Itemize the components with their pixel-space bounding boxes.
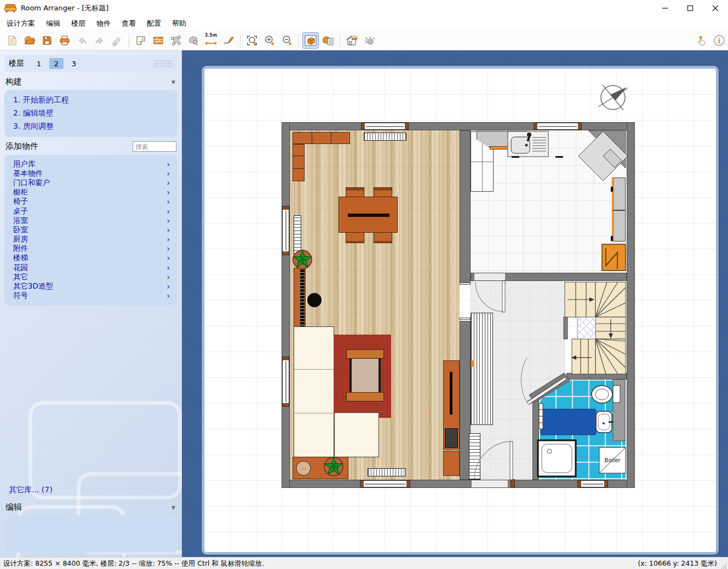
- redo-button: [91, 32, 108, 49]
- menu-edit[interactable]: 编辑: [41, 16, 66, 31]
- compass-icon[interactable]: [596, 81, 630, 114]
- other-libraries-link[interactable]: 其它库... (7): [0, 482, 182, 498]
- category-accessories[interactable]: 附件›: [4, 244, 177, 254]
- category-kitchen[interactable]: 厨房›: [4, 235, 177, 244]
- format-paint-button: [109, 32, 125, 49]
- view-3d-label: 3D: [351, 35, 357, 39]
- category-chairs[interactable]: 椅子›: [4, 197, 177, 206]
- kitchen-sink-unit[interactable]: [508, 131, 548, 157]
- toolbar-separator: [240, 34, 240, 47]
- floor-button-1[interactable]: 1: [32, 58, 46, 69]
- object-list-button[interactable]: [320, 32, 336, 49]
- zoom-out-button[interactable]: [279, 32, 295, 49]
- build-step-new-project[interactable]: 1. 开始新的工程: [4, 94, 177, 107]
- info-glyph: i: [718, 37, 721, 45]
- menu-bar: 设计方案 编辑 楼层 物件 查看 配置 帮助: [0, 16, 728, 31]
- room-wizard-button[interactable]: [133, 32, 149, 49]
- build-step-edit-walls[interactable]: 2. 编辑墙壁: [4, 107, 177, 120]
- category-stairs[interactable]: 楼梯›: [4, 254, 177, 263]
- chevron-right-icon: ›: [167, 244, 170, 253]
- floor-button-3[interactable]: 3: [67, 58, 81, 69]
- shower-tray[interactable]: [538, 440, 576, 476]
- kitchen-door-leaf[interactable]: [502, 281, 505, 312]
- chevron-right-icon: ›: [167, 207, 170, 216]
- kitchen-door-arc: [475, 282, 504, 312]
- floor-plan[interactable]: Boiler ...: [282, 122, 635, 488]
- floor-button-2[interactable]: 2: [49, 58, 64, 69]
- zoom-in-button[interactable]: [261, 32, 278, 49]
- menu-config[interactable]: 配置: [141, 16, 167, 31]
- view-3d-button[interactable]: 3D: [343, 32, 360, 49]
- new-document-button[interactable]: [4, 32, 20, 49]
- print-button[interactable]: [56, 32, 73, 49]
- plan-page[interactable]: Boiler ...: [202, 66, 719, 555]
- draw-button[interactable]: [220, 32, 237, 49]
- bathtub[interactable]: [541, 409, 596, 435]
- fridge[interactable]: [602, 244, 626, 271]
- build-panel: 1. 开始新的工程 2. 编辑墙壁 3. 房间调整: [4, 90, 177, 137]
- menu-floors[interactable]: 楼层: [66, 16, 91, 31]
- washbasin[interactable]: [596, 411, 614, 433]
- category-doors-windows[interactable]: 门口和窗户›: [4, 178, 177, 187]
- category-cabinets[interactable]: 橱柜›: [4, 188, 177, 197]
- chevron-right-icon: ›: [167, 235, 170, 244]
- menu-design[interactable]: 设计方案: [1, 16, 41, 31]
- chevron-right-icon: ›: [167, 216, 170, 225]
- maximize-button[interactable]: [678, 0, 703, 16]
- floor-panel-grip[interactable]: [153, 60, 172, 67]
- zoom-fit-button[interactable]: [244, 32, 260, 49]
- category-bathroom[interactable]: 浴室›: [4, 216, 177, 225]
- measure-label: 3.5m: [205, 33, 217, 37]
- app-sofa-icon: [4, 4, 16, 13]
- category-tables[interactable]: 桌子›: [4, 206, 177, 216]
- toolbar: 3.5m 3D i: [0, 31, 728, 50]
- search-input[interactable]: [133, 141, 176, 152]
- edit-section-header[interactable]: 编辑 ▼: [0, 498, 182, 515]
- close-button[interactable]: [703, 0, 728, 16]
- app-window: Room Arranger - [无标题] 设计方案 编辑 楼层 物件 查看 配…: [0, 0, 728, 569]
- category-basic-objects[interactable]: 基本物件›: [4, 169, 177, 178]
- measure-button[interactable]: 3.5m: [203, 32, 219, 49]
- save-button[interactable]: [39, 32, 55, 49]
- bathroom-radiator[interactable]: [539, 404, 543, 429]
- collapse-icon[interactable]: ▼: [171, 79, 175, 85]
- category-garden[interactable]: 花园›: [4, 263, 177, 272]
- category-other-3d[interactable]: 其它3D造型›: [4, 281, 177, 291]
- category-bedroom[interactable]: 卧室›: [4, 225, 177, 234]
- boiler[interactable]: Boiler: [599, 447, 626, 473]
- walkthrough-button[interactable]: [361, 32, 377, 49]
- black-stool[interactable]: [307, 293, 322, 307]
- view-2d-button[interactable]: [302, 32, 319, 49]
- minimize-button[interactable]: [652, 0, 678, 16]
- edit-panel: [4, 515, 177, 553]
- open-file-button[interactable]: [21, 32, 38, 49]
- floor-selector: 楼层 1 2 3: [4, 55, 177, 72]
- collapse-icon[interactable]: ▼: [171, 505, 175, 510]
- category-other[interactable]: 其它›: [4, 272, 177, 281]
- table-lamp[interactable]: ...: [296, 461, 311, 475]
- category-user-library[interactable]: 用户库›: [4, 159, 177, 169]
- select-points-button[interactable]: [168, 32, 184, 49]
- info-button[interactable]: i: [711, 32, 727, 49]
- drawing-canvas[interactable]: Boiler ...: [182, 50, 728, 557]
- title-bar: Room Arranger - [无标题]: [0, 0, 728, 16]
- staircase[interactable]: [564, 282, 626, 374]
- touch-mode-button[interactable]: [693, 32, 710, 49]
- menu-objects[interactable]: 物件: [91, 16, 116, 31]
- category-symbols[interactable]: 符号›: [4, 291, 177, 301]
- wall-tool-button[interactable]: [150, 32, 167, 49]
- front-door-leaf[interactable]: [510, 441, 513, 480]
- chevron-right-icon: ›: [167, 226, 170, 234]
- build-section-header[interactable]: 构建 ▼: [0, 73, 182, 90]
- build-step-adjust-rooms[interactable]: 3. 房间调整: [4, 120, 177, 133]
- add-objects-header: 添加物件: [0, 137, 182, 155]
- menu-view[interactable]: 查看: [116, 16, 141, 31]
- status-coordinates: (x: 10666 y: 2413 毫米): [638, 559, 725, 568]
- select-objects-button[interactable]: [185, 32, 202, 49]
- floors-label: 楼层: [9, 59, 24, 68]
- chevron-right-icon: ›: [167, 197, 170, 206]
- toilet[interactable]: [592, 386, 620, 403]
- menu-help[interactable]: 帮助: [167, 16, 192, 31]
- plant-pot[interactable]: [293, 250, 312, 269]
- plant-pot[interactable]: [324, 457, 343, 476]
